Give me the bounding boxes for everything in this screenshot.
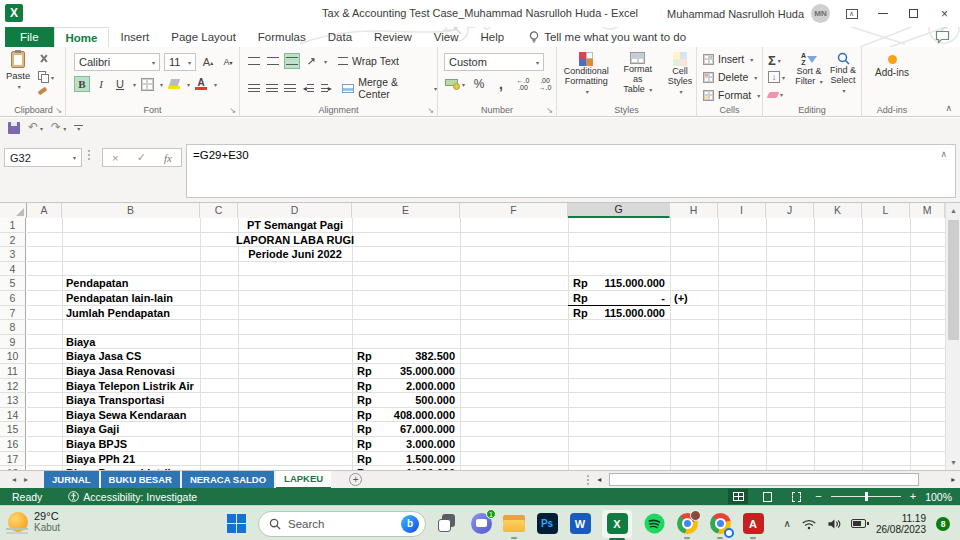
cell-E16[interactable]: Rp3.000.000 <box>352 437 460 452</box>
row-header-16[interactable]: 16 <box>0 437 26 452</box>
tab-home[interactable]: Home <box>54 27 110 47</box>
cell-D2[interactable]: LAPORAN LABA RUGI <box>238 233 352 248</box>
collapse-formula-bar-button[interactable]: ∧ <box>940 149 947 159</box>
underline-button[interactable]: U <box>112 76 128 92</box>
sheet-tab-lapkeu[interactable]: LAPKEU <box>276 471 331 489</box>
cut-button[interactable] <box>38 54 49 65</box>
top-align-button[interactable] <box>246 53 262 69</box>
taskbar-spotify[interactable] <box>643 513 665 535</box>
scroll-left-arrow[interactable]: ◂ <box>597 475 601 485</box>
tab-help[interactable]: Help <box>470 27 516 47</box>
cell-B5[interactable]: Pendapatan <box>66 276 128 291</box>
cell-B6[interactable]: Pendapatan lain-lain <box>66 291 173 306</box>
cell-E15[interactable]: Rp67.000.000 <box>352 422 460 437</box>
customize-qat-button[interactable]: ▾ <box>74 125 83 132</box>
zoom-slider[interactable] <box>831 496 901 497</box>
row-header-13[interactable]: 13 <box>0 393 26 408</box>
cell-E13[interactable]: Rp500.000 <box>352 393 460 408</box>
column-header-D[interactable]: D <box>238 203 352 218</box>
normal-view-button[interactable] <box>728 489 748 504</box>
volume-icon[interactable] <box>827 518 841 530</box>
italic-button[interactable]: I <box>93 76 109 92</box>
battery-icon[interactable] <box>851 519 866 528</box>
task-view-button[interactable] <box>437 513 459 535</box>
column-header-C[interactable]: C <box>200 203 238 218</box>
close-button[interactable]: × <box>929 0 960 27</box>
increase-decimal-button[interactable]: ←.0.00 <box>515 76 531 92</box>
taskbar-chrome-profile1[interactable] <box>676 513 698 535</box>
column-header-G[interactable]: G <box>568 203 670 218</box>
select-all-corner[interactable] <box>0 203 27 218</box>
decrease-decimal-button[interactable]: .00→.0 <box>537 76 553 92</box>
taskbar-chat[interactable]: 1 <box>470 513 492 535</box>
font-size-select[interactable]: 11▾ <box>164 53 196 71</box>
start-button[interactable] <box>225 513 247 535</box>
save-button[interactable] <box>8 122 20 134</box>
enter-entry-button[interactable]: ✓ <box>137 151 146 164</box>
page-break-view-button[interactable] <box>786 489 806 504</box>
user-account-area[interactable]: Muhammad Nasrulloh Huda MN <box>667 0 830 27</box>
page-layout-view-button[interactable] <box>757 489 777 504</box>
column-header-M[interactable]: M <box>910 203 945 218</box>
scroll-up-arrow[interactable]: ▲ <box>946 203 960 218</box>
collapse-ribbon-button[interactable]: ∧ <box>945 103 952 113</box>
format-cells-button[interactable]: Format▾ <box>703 89 760 101</box>
column-header-F[interactable]: F <box>460 203 568 218</box>
row-header-6[interactable]: 6 <box>0 291 26 306</box>
row-header-5[interactable]: 5 <box>0 276 26 291</box>
sheet-prev-arrow[interactable]: ◂ <box>12 475 16 484</box>
undo-button[interactable]: ↶▾ <box>28 121 43 135</box>
taskbar-excel-active[interactable]: X <box>602 510 632 538</box>
user-avatar[interactable]: MN <box>811 4 830 23</box>
number-dialog-launcher[interactable]: ↘ <box>546 106 553 115</box>
align-left-button[interactable] <box>246 80 261 96</box>
cell-E17[interactable]: Rp1.500.000 <box>352 452 460 467</box>
sheet-tab-buku-besar[interactable]: BUKU BESAR <box>101 471 180 489</box>
cell-G5[interactable]: Rp115.000.000 <box>568 276 670 291</box>
tab-view[interactable]: View <box>423 27 470 47</box>
insert-function-button[interactable]: fx <box>164 152 172 164</box>
taskbar-photoshop[interactable]: Ps <box>536 513 558 535</box>
grid-body[interactable]: 1PT Semangat Pagi2LAPORAN LABA RUGI3Peri… <box>0 218 945 470</box>
alignment-dialog-launcher[interactable]: ↘ <box>427 106 434 115</box>
row-header-17[interactable]: 17 <box>0 452 26 467</box>
sheet-next-arrow[interactable]: ▸ <box>24 475 28 484</box>
scroll-right-arrow[interactable]: ▸ <box>951 475 955 485</box>
minimize-button[interactable] <box>867 0 898 27</box>
tab-data[interactable]: Data <box>317 27 363 47</box>
fill-color-button[interactable] <box>166 76 182 92</box>
cell-G7[interactable]: Rp115.000.000 <box>568 306 670 321</box>
accessibility-status[interactable]: Accessibility: Investigate <box>68 491 197 503</box>
tab-file[interactable]: File <box>5 27 54 47</box>
tab-insert[interactable]: Insert <box>109 27 160 47</box>
cell-E12[interactable]: Rp2.000.000 <box>352 379 460 394</box>
middle-align-button[interactable] <box>265 53 281 69</box>
zoom-level[interactable]: 100% <box>925 491 952 503</box>
sort-filter-button[interactable]: AZ Sort &Filter ▾ <box>791 52 827 87</box>
formula-bar[interactable]: =G29+E30 ∧ <box>186 144 956 198</box>
borders-button[interactable] <box>139 76 155 92</box>
align-right-button[interactable] <box>282 80 297 96</box>
new-sheet-button[interactable]: + <box>349 473 362 486</box>
row-header-1[interactable]: 1 <box>0 218 26 233</box>
hidden-icons-chevron[interactable]: ∧ <box>784 518 791 529</box>
font-dialog-launcher[interactable]: ↘ <box>229 106 236 115</box>
row-header-14[interactable]: 14 <box>0 408 26 423</box>
row-header-2[interactable]: 2 <box>0 233 26 248</box>
autosum-button[interactable]: Σ▾ <box>768 53 781 68</box>
bing-icon[interactable]: b <box>401 515 419 533</box>
column-header-A[interactable]: A <box>27 203 62 218</box>
column-header-J[interactable]: J <box>766 203 814 218</box>
column-header-L[interactable]: L <box>862 203 910 218</box>
column-header-K[interactable]: K <box>814 203 862 218</box>
find-select-button[interactable]: Find &Select ▾ <box>827 52 859 96</box>
taskbar-acrobat[interactable]: A <box>742 513 764 535</box>
row-header-12[interactable]: 12 <box>0 379 26 394</box>
sheet-tab-jurnal[interactable]: JURNAL <box>44 471 99 489</box>
taskbar-file-explorer[interactable] <box>503 513 525 535</box>
cell-B15[interactable]: Biaya Gaji <box>66 422 119 437</box>
cell-B13[interactable]: Biaya Transportasi <box>66 393 164 408</box>
tell-me-box[interactable]: Tell me what you want to do <box>529 31 686 44</box>
ribbon-display-options-button[interactable]: ∧ <box>836 0 867 27</box>
cell-E11[interactable]: Rp35.000.000 <box>352 364 460 379</box>
